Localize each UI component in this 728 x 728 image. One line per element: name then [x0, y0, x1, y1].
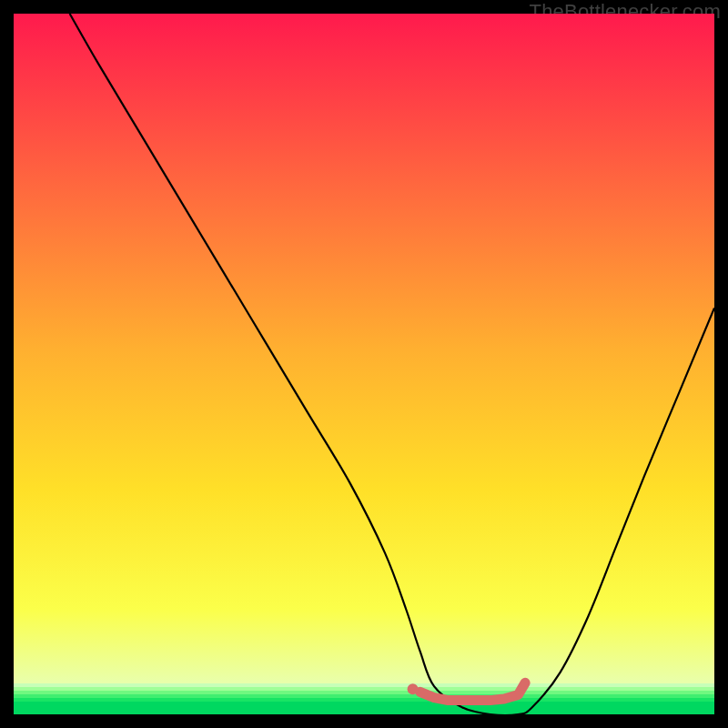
svg-rect-0	[14, 14, 714, 714]
green-band	[14, 702, 714, 714]
chart-frame	[14, 14, 714, 714]
background-gradient	[14, 14, 714, 714]
